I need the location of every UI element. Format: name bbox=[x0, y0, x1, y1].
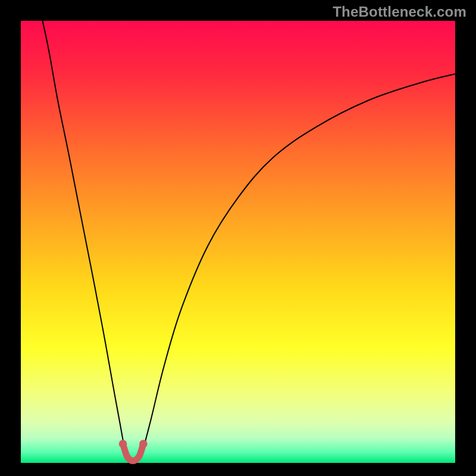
bottleneck-chart bbox=[0, 0, 476, 476]
minimum-marker-endpoint bbox=[119, 440, 127, 448]
watermark-text: TheBottleneck.com bbox=[333, 4, 466, 20]
outer-frame: TheBottleneck.com bbox=[0, 0, 476, 476]
minimum-marker-endpoint bbox=[139, 440, 148, 448]
